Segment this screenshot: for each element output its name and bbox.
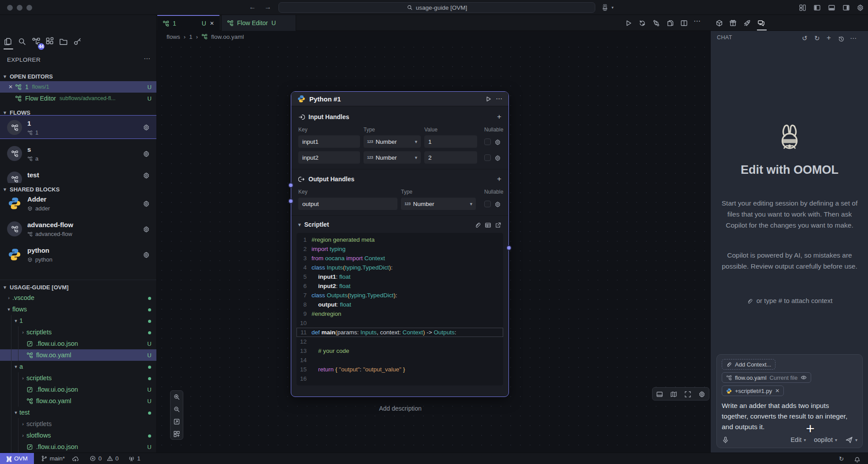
remote-indicator[interactable]: ⟫⟪ OVM [0,453,34,464]
node-header[interactable]: Python #1 ⋯ [291,92,508,106]
window-maximize-button[interactable] [26,5,32,11]
chat-composer[interactable]: Add Context... flow.oo.yaml Current file… [716,354,863,448]
code-line[interactable]: 9#endregion [297,309,503,318]
bell-icon[interactable] [854,454,861,463]
code-line[interactable]: 5 input1: float [297,272,503,281]
tree-row[interactable]: .flow.ui.oo.json U [0,338,157,349]
tree-row[interactable]: ▾ flows [0,303,157,315]
input-value-field[interactable]: 1 [424,135,477,148]
send-button[interactable]: ▾ [845,436,857,444]
window-minimize-button[interactable] [17,5,22,11]
scriptlet-code-editor[interactable]: 1#region generated meta2import typing3fr… [297,233,503,385]
sync-icon[interactable]: ↻ [839,455,844,462]
input-key-field[interactable]: input1 [298,135,360,148]
python-node[interactable]: Python #1 ⋯ Input Handles + Key Type Val… [291,91,509,397]
add-input-icon[interactable]: + [497,112,501,121]
tree-row[interactable]: › scriptlets [0,326,157,338]
open-external-icon[interactable] [495,221,501,228]
input1-connector[interactable] [288,183,293,188]
key-activity-icon[interactable] [73,37,82,46]
package-panel-icon[interactable] [716,19,723,27]
code-line[interactable]: 13 # your code [297,346,503,355]
mic-icon[interactable] [722,436,729,444]
breadcrumb-item[interactable]: flow.oo.yaml [211,34,244,40]
folder-activity-icon[interactable] [59,37,68,46]
flow-card[interactable]: test [0,167,157,183]
code-line[interactable]: 15 return { "output": "output_value" } [297,365,503,374]
breadcrumb-item[interactable]: flows [167,34,180,40]
model-selector[interactable]: oopilot▾ [814,436,837,443]
console-icon[interactable] [656,390,663,398]
command-center-search[interactable]: usage-guide [OVM] [278,2,595,13]
toggle-panel-icon[interactable] [828,4,835,11]
tree-row[interactable]: flow.oo.yaml U [0,349,157,361]
settings-gear-icon[interactable] [857,4,864,11]
input-type-select[interactable]: 123 Number ▾ [364,135,421,148]
tree-row[interactable]: .flow.ui.oo.json U [0,384,157,395]
add-description-button[interactable]: Add description [157,405,644,412]
chat-panel-icon[interactable] [757,19,765,27]
scriptlet-header[interactable]: ▾ Scriptlet [297,221,503,228]
tab-flow-editor[interactable]: Flow Editor U [221,15,296,31]
chat-history-icon[interactable] [838,34,845,42]
gift-panel-icon[interactable] [729,19,737,27]
explorer-activity-icon[interactable] [4,37,12,46]
run-flow-icon[interactable] [625,19,632,27]
eye-icon[interactable] [801,374,807,381]
git-branch-status[interactable]: main* [41,455,65,462]
tree-row[interactable]: flow.oo.yaml U [0,395,157,407]
explorer-more-icon[interactable]: ⋯ [144,55,150,63]
input-value-field[interactable]: 2 [424,151,477,164]
more-actions-icon[interactable]: ⋯ [694,17,701,25]
copy-file-icon[interactable] [667,19,674,27]
zoom-out-icon[interactable] [173,405,180,413]
handle-gear-icon[interactable] [494,200,501,208]
chat-redo-icon[interactable]: ↻ [814,34,820,42]
nullable-checkbox[interactable] [484,201,491,207]
chat-prompt-text[interactable]: Write an adder that adds two inputs toge… [722,400,857,432]
canvas-settings-icon[interactable] [698,390,705,398]
tree-row[interactable]: ▾ test [0,407,157,418]
nav-forward-icon[interactable]: → [263,3,273,11]
context-chip[interactable]: +scriptlet#1.py ✕ [722,385,784,396]
search-activity-icon[interactable] [18,37,26,46]
tree-row[interactable]: ▾ a [0,361,157,372]
code-line[interactable]: 14 [297,355,503,365]
nullable-checkbox[interactable] [484,138,491,145]
code-line[interactable]: 3from oocana import Context [297,254,503,263]
close-icon[interactable]: ✕ [775,388,779,394]
tree-row[interactable]: › slotflows [0,430,157,441]
gear-icon[interactable] [143,150,150,157]
export-image-icon[interactable] [173,417,180,425]
zoom-in-icon[interactable] [173,393,180,400]
toggle-secondary-sidebar-icon[interactable] [842,4,850,11]
code-line[interactable]: 10 [297,318,503,328]
extensions-activity-icon[interactable] [45,37,54,46]
gear-icon[interactable] [143,123,150,131]
rocket-panel-icon[interactable] [743,19,751,27]
split-editor-icon[interactable] [680,19,688,27]
chat-more-icon[interactable]: ⋯ [850,34,857,42]
flow-card[interactable]: s a [0,142,157,165]
open-editor-item[interactable]: ✕ Flow Editor subflows/advanced-fl... U [0,93,157,104]
output-connector[interactable] [506,245,512,251]
project-section-header[interactable]: ▾ USAGE-GUIDE [OVM] [0,282,157,292]
customize-layout-icon[interactable] [799,4,806,11]
problems-status[interactable]: 0 0 [89,455,119,462]
input-key-field[interactable]: input2 [298,151,360,164]
window-close-button[interactable] [7,5,13,11]
minimap-icon[interactable] [670,390,677,398]
gear-icon[interactable] [143,225,150,233]
code-line[interactable]: 6 input2: float [297,281,503,291]
code-line[interactable]: 16 [297,374,503,383]
toggle-sidebar-icon[interactable] [813,4,821,11]
gear-icon[interactable] [143,251,150,258]
open-editor-item[interactable]: ✕ 1 flows/1 U [0,81,157,93]
new-chat-icon[interactable]: + [827,34,831,42]
tree-row[interactable]: › .vscode [0,292,157,303]
oomol-menu-chevron-icon[interactable]: ▾ [612,5,614,10]
code-line[interactable]: 8 output: float [297,300,503,309]
breadcrumb-item[interactable]: 1 [189,34,193,40]
code-line[interactable]: 1#region generated meta [297,235,503,244]
code-line[interactable]: 12 [297,337,503,346]
